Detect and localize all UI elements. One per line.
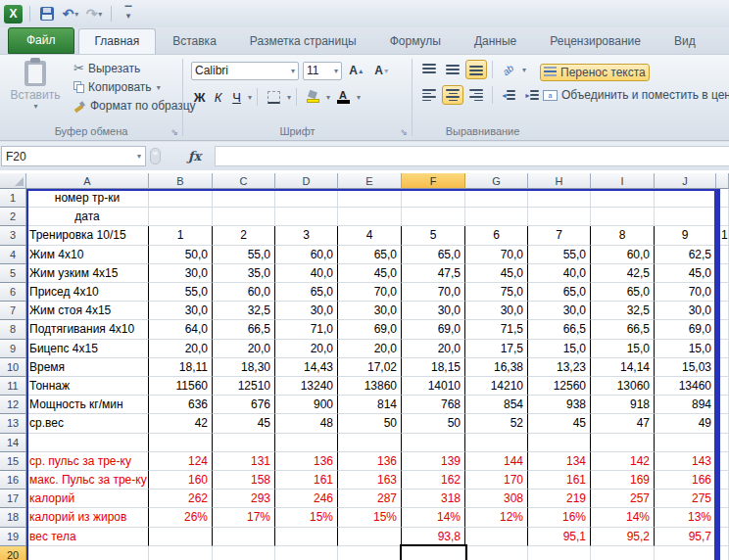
cell-J13[interactable]: 49	[655, 414, 716, 433]
cell-G14[interactable]	[465, 434, 528, 452]
column-header-J[interactable]: J	[655, 173, 716, 189]
cell-A2[interactable]: дата	[26, 208, 149, 226]
cell-C19[interactable]	[213, 528, 275, 546]
cell-G17[interactable]: 308	[465, 490, 528, 508]
column-header-D[interactable]: D	[275, 173, 338, 189]
cell-D5[interactable]: 40,0	[275, 264, 338, 283]
cell-E14[interactable]	[338, 434, 402, 452]
font-name-select[interactable]: Calibri▾	[191, 62, 299, 80]
cell-H19[interactable]: 95,1	[528, 528, 591, 546]
row-header-13[interactable]: 13	[0, 414, 26, 433]
borders-button[interactable]	[263, 87, 284, 107]
cell-E6[interactable]: 70,0	[338, 283, 402, 302]
cell-F11[interactable]: 14010	[402, 377, 465, 396]
undo-button[interactable]: ↶▾	[61, 4, 80, 23]
column-header-E[interactable]: E	[338, 173, 402, 189]
cell-H14[interactable]	[528, 434, 591, 452]
cell-I18[interactable]: 14%	[591, 508, 655, 527]
cell-A6[interactable]: Присед 4x10	[26, 283, 149, 302]
cell-I12[interactable]: 918	[591, 396, 655, 414]
cell-E16[interactable]: 163	[338, 471, 402, 490]
cell-I3[interactable]: 8	[591, 226, 655, 245]
cell-A11[interactable]: Тоннаж	[26, 377, 149, 396]
cell-D8[interactable]: 71,0	[275, 320, 338, 339]
cell-B20[interactable]	[149, 546, 213, 560]
cell-G10[interactable]: 16,38	[465, 358, 528, 377]
cell-B6[interactable]: 55,0	[149, 283, 213, 302]
cell-F6[interactable]: 70,0	[402, 283, 465, 302]
cell-A4[interactable]: Жим 4x10	[26, 246, 149, 264]
cell-I13[interactable]: 47	[591, 414, 655, 433]
cell-H6[interactable]: 65,0	[528, 283, 591, 302]
redo-button[interactable]: ↷▾	[84, 4, 104, 23]
active-cell-F20[interactable]	[400, 544, 467, 560]
cell-C13[interactable]: 45	[213, 414, 275, 433]
cell-H15[interactable]: 134	[528, 452, 591, 471]
cell-D10[interactable]: 14,43	[275, 358, 338, 377]
cell-A1[interactable]: номер тр-ки	[26, 189, 149, 208]
cell-overflow-15[interactable]	[720, 452, 729, 471]
cell-C8[interactable]: 66,5	[213, 320, 275, 339]
wrap-text-button[interactable]: Перенос текста	[540, 64, 650, 81]
cell-F3[interactable]: 5	[402, 226, 465, 245]
formula-input[interactable]	[215, 146, 729, 166]
cell-H13[interactable]: 45	[528, 414, 591, 433]
cell-A7[interactable]: Жим стоя 4x15	[26, 302, 149, 320]
cell-G20[interactable]	[465, 546, 528, 560]
cell-F10[interactable]: 18,15	[402, 358, 465, 377]
cell-overflow-12[interactable]	[720, 396, 729, 414]
column-header-A[interactable]: A	[26, 173, 149, 189]
cell-I6[interactable]: 65,0	[591, 283, 655, 302]
cell-D4[interactable]: 60,0	[275, 246, 338, 264]
cell-I2[interactable]	[591, 208, 655, 226]
align-left-button[interactable]	[418, 85, 440, 105]
cell-C16[interactable]: 158	[213, 471, 275, 490]
cell-F7[interactable]: 30,0	[402, 302, 465, 320]
align-bottom-button[interactable]	[465, 60, 487, 79]
cell-E20[interactable]	[338, 546, 402, 560]
cell-C17[interactable]: 293	[213, 490, 275, 508]
cell-H18[interactable]: 16%	[528, 508, 591, 527]
cell-G6[interactable]: 75,0	[465, 283, 528, 302]
row-header-11[interactable]: 11	[0, 377, 26, 396]
cell-H8[interactable]: 66,5	[528, 320, 591, 339]
column-header-I[interactable]: I	[591, 173, 655, 189]
cell-J9[interactable]: 15,0	[655, 340, 716, 358]
cell-G2[interactable]	[465, 208, 528, 226]
cell-J4[interactable]: 62,5	[655, 246, 716, 264]
cell-I17[interactable]: 257	[591, 490, 655, 508]
cell-F13[interactable]: 50	[402, 414, 465, 433]
cell-J20[interactable]	[655, 546, 716, 560]
cell-J1[interactable]	[655, 189, 716, 208]
row-header-10[interactable]: 10	[0, 358, 26, 377]
cell-J3[interactable]: 9	[655, 226, 716, 245]
cell-E17[interactable]: 287	[338, 490, 402, 508]
cell-C15[interactable]: 131	[213, 452, 275, 471]
cell-C5[interactable]: 35,0	[213, 264, 275, 283]
cell-A3[interactable]: Тренировка 10/15	[26, 226, 149, 245]
cell-H20[interactable]	[528, 546, 591, 560]
save-button[interactable]	[37, 4, 57, 23]
row-header-9[interactable]: 9	[0, 340, 26, 358]
cell-J12[interactable]: 894	[655, 396, 716, 414]
cell-F1[interactable]	[402, 189, 465, 208]
cell-B5[interactable]: 30,0	[149, 264, 213, 283]
cell-F2[interactable]	[402, 208, 465, 226]
cell-F18[interactable]: 14%	[402, 508, 465, 527]
customize-qat-button[interactable]: ▔▾	[119, 4, 138, 23]
tab-page-layout[interactable]: Разметка страницы	[233, 28, 373, 54]
cell-C20[interactable]	[213, 546, 275, 560]
cell-I14[interactable]	[591, 434, 655, 452]
cell-F4[interactable]: 65,0	[402, 246, 465, 264]
cell-C14[interactable]	[213, 434, 275, 452]
cell-E4[interactable]: 65,0	[338, 246, 402, 264]
cell-G7[interactable]: 30,0	[465, 302, 528, 320]
tab-insert[interactable]: Вставка	[156, 28, 233, 54]
cell-A12[interactable]: Мощность кг/мин	[26, 396, 149, 414]
paste-button[interactable]: Вставить ▾	[10, 61, 61, 111]
cell-D14[interactable]	[275, 434, 338, 452]
cell-I1[interactable]	[591, 189, 655, 208]
format-painter-button[interactable]: Формат по образцу	[71, 98, 199, 114]
cell-G18[interactable]: 12%	[465, 508, 528, 527]
cell-I20[interactable]	[591, 546, 655, 560]
